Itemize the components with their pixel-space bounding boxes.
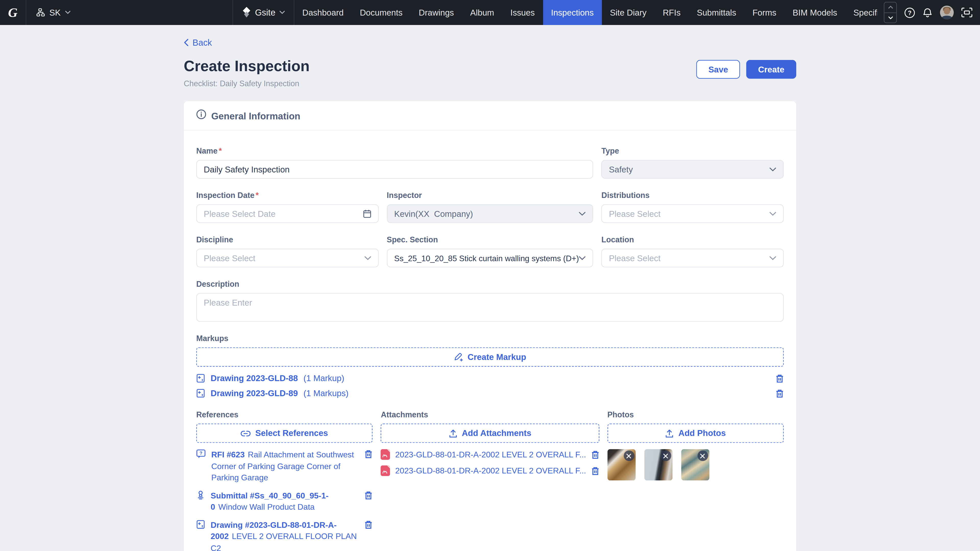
inspection-date-label: Inspection Date	[196, 191, 255, 200]
select-references-button[interactable]: Select References	[196, 424, 372, 443]
location-field-group: Location Please Select	[601, 236, 784, 268]
chevron-down-icon	[770, 167, 776, 171]
nav-item-forms[interactable]: Forms	[745, 0, 784, 25]
page-subtitle: Checklist: Daily Safety Inspection	[184, 79, 310, 88]
add-attachments-button[interactable]: Add Attachments	[381, 424, 599, 443]
inspector-field-group: Inspector Kevin(XX Company)	[387, 191, 593, 223]
svg-text:?: ?	[200, 451, 202, 456]
scroll-up-icon[interactable]	[884, 3, 896, 13]
attachment-item: 2023-GLD-88-01-DR-A-2002 LEVEL 2 OVERALL…	[381, 449, 599, 460]
top-navbar: G SK Gsite Dashboard Documents Drawings …	[0, 0, 980, 25]
chevron-down-icon	[770, 256, 776, 260]
workspace-selector[interactable]: SK	[26, 0, 233, 25]
nav-item-rfis[interactable]: RFIs	[655, 0, 689, 25]
delete-attachment-button[interactable]	[591, 467, 599, 475]
attachment-link[interactable]: 2023-GLD-88-01-DR-A-2002 LEVEL 2 OVERALL…	[395, 450, 586, 459]
reference-link[interactable]: Submittal #Ss_40_90_60_95-1-0Window Wall…	[210, 490, 359, 513]
spec-section-field-group: Spec. Section Ss_25_10_20_85 Stick curta…	[387, 236, 593, 268]
delete-reference-button[interactable]	[364, 491, 372, 499]
app-logo[interactable]: G	[0, 0, 26, 25]
nav-item-dashboard[interactable]: Dashboard	[294, 0, 352, 25]
avatar[interactable]	[940, 6, 954, 19]
fullscreen-icon[interactable]	[961, 7, 973, 17]
description-textarea[interactable]: Please Enter	[196, 293, 784, 322]
remove-photo-button[interactable]	[660, 451, 671, 462]
bell-icon[interactable]	[923, 7, 932, 18]
drawing-doc-icon	[196, 389, 205, 398]
reference-link[interactable]: RFI #623Rail Attachment at Southwest Cor…	[211, 449, 359, 484]
markup-drawing-link[interactable]: Drawing 2023-GLD-88	[210, 374, 298, 383]
spec-section-select[interactable]: Ss_25_10_20_85 Stick curtain walling sys…	[387, 249, 593, 268]
save-button[interactable]: Save	[697, 60, 740, 79]
inspection-date-input[interactable]: Please Select Date	[196, 205, 379, 223]
markup-drawing-link[interactable]: Drawing 2023-GLD-89	[210, 389, 298, 398]
required-asterisk: *	[256, 191, 259, 200]
type-select[interactable]: Safety	[601, 160, 784, 179]
help-icon[interactable]: ?	[904, 7, 915, 18]
name-label: Name	[196, 147, 218, 156]
markups-group: Markups Create Markup Drawing 2023-GLD-8…	[196, 334, 784, 398]
pdf-icon	[381, 449, 390, 460]
attachments-group: Attachments Add Attachments 2023-GLD-88-…	[381, 411, 599, 551]
chevron-down-icon	[579, 256, 586, 260]
nav-item-album[interactable]: Album	[462, 0, 502, 25]
reference-link[interactable]: Drawing #2023-GLD-88-01-DR-A-2002LEVEL 2…	[210, 519, 359, 551]
close-icon	[626, 454, 632, 459]
delete-reference-button[interactable]	[364, 450, 372, 459]
create-markup-button[interactable]: Create Markup	[196, 348, 784, 367]
page-title: Create Inspection	[184, 58, 310, 75]
location-label: Location	[601, 236, 634, 245]
inspector-select[interactable]: Kevin(XX Company)	[387, 205, 593, 223]
upload-icon	[449, 429, 457, 438]
create-button[interactable]: Create	[746, 60, 796, 79]
photo-thumbnail[interactable]	[681, 449, 709, 481]
nav-item-documents[interactable]: Documents	[352, 0, 410, 25]
app-window: G SK Gsite Dashboard Documents Drawings …	[0, 0, 980, 551]
chevron-down-icon	[579, 212, 586, 216]
g-logo-icon: G	[8, 5, 18, 20]
pen-plus-icon	[454, 353, 463, 362]
nav-item-site-diary[interactable]: Site Diary	[602, 0, 655, 25]
distributions-select[interactable]: Please Select	[601, 205, 784, 223]
delete-reference-button[interactable]	[364, 520, 372, 529]
submittal-stamp-icon	[196, 490, 205, 500]
delete-markup-button[interactable]	[776, 389, 784, 398]
nav-item-submittals[interactable]: Submittals	[689, 0, 745, 25]
scroll-down-icon[interactable]	[884, 13, 896, 22]
page-content: Back Create Inspection Checklist: Daily …	[184, 25, 796, 551]
discipline-select[interactable]: Please Select	[196, 249, 379, 268]
markups-label: Markups	[196, 334, 228, 343]
delete-markup-button[interactable]	[776, 375, 784, 383]
markup-count[interactable]: (1 Markup)	[304, 374, 344, 383]
nav-item-drawings[interactable]: Drawings	[410, 0, 462, 25]
required-asterisk: *	[219, 147, 222, 156]
inspector-label: Inspector	[387, 191, 422, 200]
trash-icon	[776, 389, 784, 398]
description-field-group: Description Please Enter	[196, 280, 784, 322]
add-photos-button[interactable]: Add Photos	[608, 424, 784, 443]
delete-attachment-button[interactable]	[591, 451, 599, 459]
discipline-label: Discipline	[196, 236, 233, 245]
remove-photo-button[interactable]	[624, 451, 634, 462]
org-tree-icon	[36, 8, 45, 17]
close-icon	[663, 454, 668, 459]
workspace-label: SK	[49, 8, 60, 17]
rfi-icon: ?	[196, 449, 206, 459]
name-input[interactable]: Daily Safety Inspection	[196, 160, 593, 179]
nav-overflow-scroller[interactable]	[884, 2, 897, 23]
remove-photo-button[interactable]	[697, 451, 708, 462]
chevron-down-icon	[65, 11, 71, 14]
product-selector[interactable]: Gsite	[233, 0, 294, 25]
attachment-link[interactable]: 2023-GLD-88-01-DR-A-2002 LEVEL 2 OVERALL…	[395, 466, 586, 476]
reference-item: ? RFI #623Rail Attachment at Southwest C…	[196, 449, 372, 484]
nav-item-inspections[interactable]: Inspections	[543, 0, 602, 25]
photo-thumbnail[interactable]	[644, 449, 672, 481]
location-select[interactable]: Please Select	[601, 249, 784, 268]
nav-item-issues[interactable]: Issues	[502, 0, 543, 25]
markup-count[interactable]: (1 Markups)	[304, 389, 348, 398]
photo-thumbnail[interactable]	[608, 449, 635, 481]
nav-item-bim-models[interactable]: BIM Models	[784, 0, 845, 25]
description-label: Description	[196, 280, 239, 289]
back-button[interactable]: Back	[184, 38, 212, 48]
chevron-left-icon	[184, 39, 189, 46]
